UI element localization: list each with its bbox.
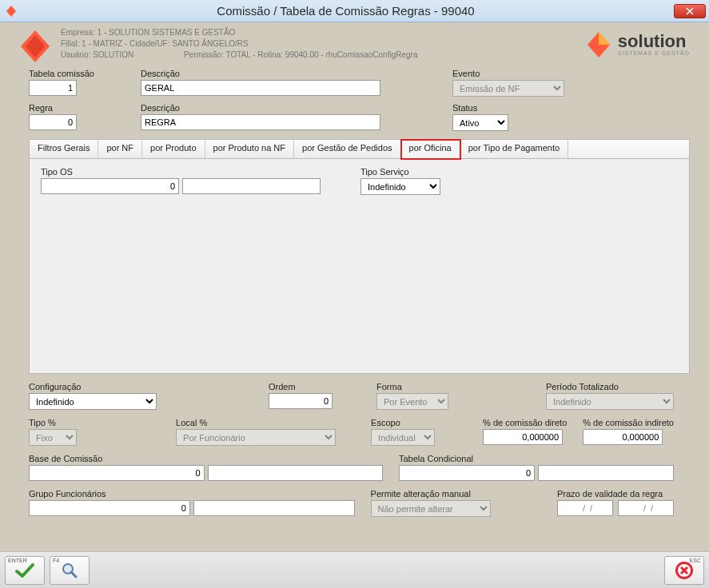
app-logo-icon bbox=[18, 29, 53, 64]
tab-strip: Filtros Gerais por NF por Produto por Pr… bbox=[29, 139, 690, 158]
periodo-label: Período Totalizado bbox=[546, 382, 674, 391]
meta-usuario: Usuário: SOLUTION bbox=[61, 50, 133, 59]
grupo-func-code-input[interactable] bbox=[29, 500, 190, 516]
tabela-condicional-label: Tabela Condicional bbox=[399, 454, 674, 463]
configuracao-select[interactable]: Indefinido bbox=[29, 393, 157, 410]
title-bar: Comissão / Tabela de Comissão Regras - 9… bbox=[0, 0, 709, 22]
prazo-de-input[interactable] bbox=[557, 500, 613, 516]
svg-line-8 bbox=[71, 572, 76, 577]
regra-label: Regra bbox=[29, 103, 125, 113]
regra-input[interactable] bbox=[29, 114, 77, 130]
configuracao-label: Configuração bbox=[29, 382, 157, 391]
header: Empresa: 1 - SOLUTION SISTEMAS E GESTÃO … bbox=[0, 22, 709, 64]
bottom-form: Configuração Indefinido Ordem Forma Por … bbox=[0, 374, 709, 517]
esc-hint: ESC bbox=[690, 558, 701, 563]
top-form: Tabela comissão Descrição Evento Emissão… bbox=[0, 64, 709, 374]
forma-select: Por Evento bbox=[376, 393, 448, 410]
ordem-input[interactable] bbox=[269, 393, 333, 409]
descricao1-label: Descrição bbox=[141, 69, 388, 78]
tipo-pct-select: Fixo bbox=[29, 429, 77, 446]
window-title: Comissão / Tabela de Comissão Regras - 9… bbox=[18, 4, 674, 18]
window-body: Empresa: 1 - SOLUTION SISTEMAS E GESTÃO … bbox=[0, 22, 709, 551]
base-comissao-code-input[interactable] bbox=[29, 465, 205, 481]
escopo-select: Individual bbox=[371, 429, 435, 446]
f4-hint: F4 bbox=[53, 558, 59, 563]
evento-label: Evento bbox=[452, 69, 564, 78]
descricao2-label: Descrição bbox=[141, 103, 388, 113]
brand-tagline: SISTEMAS E GESTÃO bbox=[618, 50, 690, 56]
pct-direto-input[interactable] bbox=[483, 429, 563, 445]
pct-indireto-label: % de comissão indireto bbox=[583, 418, 674, 427]
tipo-servico-select[interactable]: Indefinido bbox=[360, 178, 440, 195]
search-button[interactable]: F4 bbox=[50, 556, 90, 585]
window-close-button[interactable] bbox=[674, 4, 706, 18]
status-label: Status bbox=[452, 103, 508, 113]
tabela-comissao-input[interactable] bbox=[29, 80, 77, 96]
descricao1-input[interactable] bbox=[141, 80, 380, 96]
descricao2-input[interactable] bbox=[141, 114, 380, 130]
local-pct-label: Local % bbox=[176, 418, 336, 427]
enter-hint: ENTER bbox=[8, 558, 27, 563]
forma-label: Forma bbox=[376, 382, 450, 391]
footer-toolbar: ENTER F4 ESC bbox=[0, 551, 709, 588]
prazo-validade-label: Prazo de validade da regra bbox=[557, 489, 674, 499]
magnifier-icon bbox=[60, 561, 79, 580]
tab-filtros-gerais[interactable]: Filtros Gerais bbox=[30, 140, 98, 158]
grupo-func-label: Grupo Funcionários bbox=[29, 489, 355, 499]
permite-alteracao-select: Não permite alterar bbox=[371, 500, 491, 517]
permite-alteracao-label: Permite alteração manual bbox=[371, 489, 509, 499]
tab-por-produto-nf[interactable]: por Produto na NF bbox=[205, 140, 295, 158]
brand-logo: solution SISTEMAS E GESTÃO bbox=[584, 30, 690, 59]
check-icon bbox=[14, 562, 35, 578]
grupo-func-desc-input[interactable] bbox=[193, 500, 355, 516]
pct-indireto-input[interactable] bbox=[583, 429, 663, 445]
escopo-label: Escopo bbox=[371, 418, 435, 427]
tipo-pct-label: Tipo % bbox=[29, 418, 80, 427]
tab-por-oficina[interactable]: por Oficina bbox=[401, 140, 460, 159]
tab-por-nf[interactable]: por NF bbox=[98, 140, 142, 158]
tipo-servico-label: Tipo Serviço bbox=[360, 167, 440, 177]
periodo-select: Indefinido bbox=[546, 393, 674, 410]
app-icon bbox=[5, 5, 18, 18]
brand-mark-icon bbox=[584, 30, 613, 59]
close-icon bbox=[685, 7, 695, 15]
header-meta: Empresa: 1 - SOLUTION SISTEMAS E GESTÃO … bbox=[61, 27, 584, 61]
cancel-button[interactable]: ESC bbox=[664, 556, 704, 585]
meta-permissao: Permissão: TOTAL - Rotina: 99040.00 - rh… bbox=[184, 50, 418, 59]
tipo-os-desc-input[interactable] bbox=[182, 178, 321, 194]
tabela-condicional-code-input[interactable] bbox=[399, 465, 535, 481]
status-select[interactable]: Ativo bbox=[452, 114, 508, 131]
svg-marker-0 bbox=[6, 6, 16, 17]
tab-por-gestao-pedidos[interactable]: por Gestão de Pedidos bbox=[294, 140, 401, 158]
tab-por-produto[interactable]: por Produto bbox=[142, 140, 205, 158]
prazo-ate-input[interactable] bbox=[618, 500, 674, 516]
svg-marker-6 bbox=[599, 32, 610, 45]
confirm-button[interactable]: ENTER bbox=[5, 556, 45, 585]
tabela-condicional-desc-input[interactable] bbox=[538, 465, 674, 481]
meta-empresa: Empresa: 1 - SOLUTION SISTEMAS E GESTÃO bbox=[61, 27, 584, 38]
base-comissao-label: Base de Comissão bbox=[29, 454, 383, 463]
tabela-comissao-label: Tabela comissão bbox=[29, 69, 125, 78]
evento-select: Emissão de NF bbox=[452, 80, 564, 97]
pct-direto-label: % de comissão direto bbox=[483, 418, 567, 427]
meta-filial: Filial: 1 - MATRIZ - Cidade/UF: SANTO ÂN… bbox=[61, 38, 584, 50]
base-comissao-desc-input[interactable] bbox=[208, 465, 384, 481]
tipo-os-code-input[interactable] bbox=[41, 178, 179, 194]
tab-panel-oficina: Tipo OS Tipo Serviço Indefinido bbox=[29, 158, 690, 374]
local-pct-select: Por Funcionário bbox=[176, 429, 336, 446]
ordem-label: Ordem bbox=[269, 382, 360, 391]
tipo-os-label: Tipo OS bbox=[41, 167, 321, 177]
brand-name: solution bbox=[618, 31, 687, 51]
tab-por-tipo-pagamento[interactable]: por Tipo de Pagamento bbox=[460, 140, 568, 158]
